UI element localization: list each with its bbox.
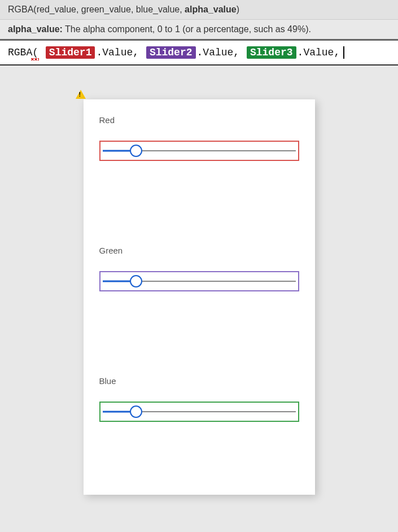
preview-card[interactable]: Red Green Blue <box>84 99 315 495</box>
param-help-description: The alpha component, 0 to 1 (or a percen… <box>65 24 311 34</box>
sig-param-3: alpha_value <box>185 5 237 14</box>
function-signature-bar: RGBA(red_value, green_value, blue_value,… <box>0 0 398 20</box>
text-cursor <box>343 46 344 59</box>
slider-red-label: Red <box>99 115 299 125</box>
slider-green-group: Green <box>99 246 299 291</box>
signature-fn: RGBA <box>8 5 33 14</box>
formula-suffix-1: .Value, <box>197 47 240 58</box>
slider-green-label: Green <box>99 246 299 255</box>
slider-red[interactable] <box>99 141 299 161</box>
formula-suffix-0: .Value, <box>96 47 139 58</box>
slider-blue-group: Blue <box>99 376 299 422</box>
slider-blue[interactable] <box>99 402 299 422</box>
formula-chip-slider2[interactable]: Slider2 <box>146 46 196 59</box>
formula-fn: RGBA <box>8 47 32 58</box>
formula-bar[interactable]: RGBA ( Slider1.Value, Slider2.Value, Sli… <box>0 41 398 66</box>
canvas-area[interactable]: Red Green Blue <box>0 66 398 495</box>
formula-open-paren: ( <box>32 47 38 58</box>
slider-red-group: Red <box>99 115 299 161</box>
slider-blue-label: Blue <box>99 376 299 386</box>
slider-green-thumb[interactable] <box>130 275 142 287</box>
warning-icon[interactable] <box>76 90 86 99</box>
sig-param-0: red_value <box>37 5 76 14</box>
slider-blue-thumb[interactable] <box>130 405 142 418</box>
formula-suffix-2: .Value, <box>298 47 340 58</box>
formula-chip-slider1[interactable]: Slider1 <box>46 46 95 59</box>
param-help-name: alpha_value: <box>8 24 63 34</box>
slider-red-thumb[interactable] <box>130 145 142 157</box>
sig-param-2: blue_value <box>136 5 180 14</box>
parameter-help-bar: alpha_value: The alpha component, 0 to 1… <box>0 20 398 41</box>
formula-chip-slider3[interactable]: Slider3 <box>247 46 296 59</box>
sig-param-1: green_value <box>81 5 131 14</box>
slider-green[interactable] <box>99 271 299 291</box>
